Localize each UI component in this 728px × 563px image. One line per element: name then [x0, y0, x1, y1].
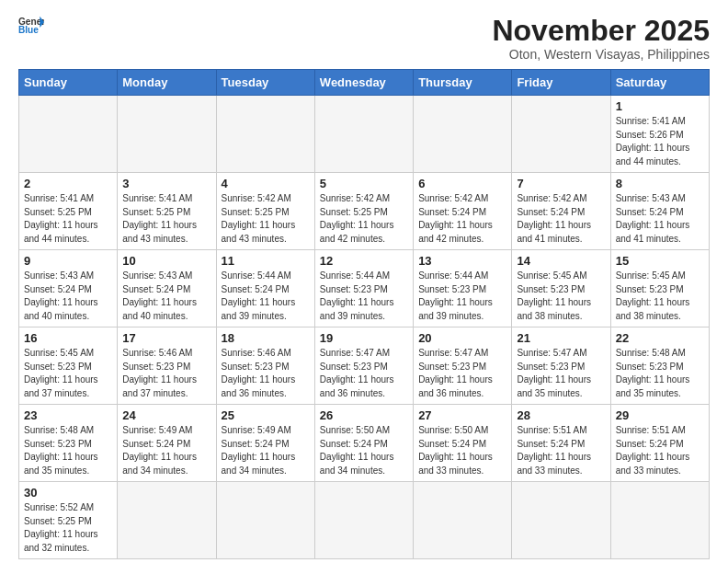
day-number: 18 [222, 331, 310, 345]
location-subtitle: Oton, Western Visayas, Philippines [492, 47, 710, 62]
day-number: 26 [320, 408, 408, 422]
calendar-table: SundayMondayTuesdayWednesdayThursdayFrid… [18, 69, 710, 559]
weekday-header-wednesday: Wednesday [314, 70, 413, 96]
day-number: 29 [616, 408, 704, 422]
calendar-cell [610, 482, 709, 559]
day-info: Sunrise: 5:48 AM Sunset: 5:23 PM Dayligh… [24, 424, 112, 477]
calendar-cell [512, 482, 610, 559]
day-number: 9 [24, 254, 112, 268]
day-info: Sunrise: 5:42 AM Sunset: 5:25 PM Dayligh… [320, 192, 408, 246]
day-number: 16 [24, 331, 112, 345]
calendar-cell [512, 96, 610, 173]
day-info: Sunrise: 5:47 AM Sunset: 5:23 PM Dayligh… [320, 347, 408, 400]
calendar-cell [414, 482, 512, 559]
day-number: 15 [616, 254, 704, 268]
calendar-cell: 4Sunrise: 5:42 AM Sunset: 5:25 PM Daylig… [216, 173, 314, 250]
day-number: 2 [24, 177, 112, 190]
calendar-cell: 11Sunrise: 5:44 AM Sunset: 5:24 PM Dayli… [216, 250, 314, 327]
logo: General Blue [18, 15, 44, 35]
day-number: 21 [517, 331, 605, 345]
day-number: 20 [418, 331, 506, 345]
day-number: 8 [616, 177, 704, 190]
day-info: Sunrise: 5:42 AM Sunset: 5:24 PM Dayligh… [517, 192, 605, 246]
day-info: Sunrise: 5:51 AM Sunset: 5:24 PM Dayligh… [517, 424, 605, 477]
calendar-cell: 26Sunrise: 5:50 AM Sunset: 5:24 PM Dayli… [314, 405, 413, 482]
calendar-cell: 29Sunrise: 5:51 AM Sunset: 5:24 PM Dayli… [610, 405, 709, 482]
day-number: 3 [122, 177, 210, 190]
day-info: Sunrise: 5:44 AM Sunset: 5:24 PM Dayligh… [222, 270, 310, 323]
calendar-cell [118, 96, 216, 173]
month-title: November 2025 [492, 15, 710, 47]
day-number: 24 [122, 408, 210, 422]
calendar-cell [314, 96, 413, 173]
calendar-cell: 16Sunrise: 5:45 AM Sunset: 5:23 PM Dayli… [19, 327, 118, 405]
day-info: Sunrise: 5:50 AM Sunset: 5:24 PM Dayligh… [320, 424, 408, 477]
day-info: Sunrise: 5:47 AM Sunset: 5:23 PM Dayligh… [517, 347, 605, 400]
day-info: Sunrise: 5:44 AM Sunset: 5:23 PM Dayligh… [320, 270, 408, 323]
calendar-cell [314, 482, 413, 559]
svg-text:Blue: Blue [18, 25, 39, 35]
day-number: 4 [222, 177, 310, 190]
weekday-header-thursday: Thursday [414, 70, 512, 96]
day-info: Sunrise: 5:44 AM Sunset: 5:23 PM Dayligh… [418, 270, 506, 323]
calendar-cell: 9Sunrise: 5:43 AM Sunset: 5:24 PM Daylig… [19, 250, 118, 327]
calendar-cell: 20Sunrise: 5:47 AM Sunset: 5:23 PM Dayli… [414, 327, 512, 405]
day-info: Sunrise: 5:46 AM Sunset: 5:23 PM Dayligh… [222, 347, 310, 400]
calendar-cell: 18Sunrise: 5:46 AM Sunset: 5:23 PM Dayli… [216, 327, 314, 405]
day-number: 19 [320, 331, 408, 345]
calendar-cell [118, 482, 216, 559]
calendar-cell [216, 482, 314, 559]
day-info: Sunrise: 5:41 AM Sunset: 5:26 PM Dayligh… [616, 115, 704, 168]
day-info: Sunrise: 5:42 AM Sunset: 5:24 PM Dayligh… [418, 192, 506, 246]
calendar-cell: 10Sunrise: 5:43 AM Sunset: 5:24 PM Dayli… [118, 250, 216, 327]
day-info: Sunrise: 5:42 AM Sunset: 5:25 PM Dayligh… [222, 192, 310, 246]
day-number: 25 [222, 408, 310, 422]
day-number: 1 [616, 99, 704, 113]
day-number: 7 [517, 177, 605, 190]
calendar-header: SundayMondayTuesdayWednesdayThursdayFrid… [19, 70, 710, 96]
day-number: 17 [122, 331, 210, 345]
day-info: Sunrise: 5:41 AM Sunset: 5:25 PM Dayligh… [122, 192, 210, 246]
weekday-header-tuesday: Tuesday [216, 70, 314, 96]
day-number: 6 [418, 177, 506, 190]
day-number: 12 [320, 254, 408, 268]
day-number: 14 [517, 254, 605, 268]
day-info: Sunrise: 5:48 AM Sunset: 5:23 PM Dayligh… [616, 347, 704, 400]
day-number: 5 [320, 177, 408, 190]
weekday-header-saturday: Saturday [610, 70, 709, 96]
calendar-cell: 6Sunrise: 5:42 AM Sunset: 5:24 PM Daylig… [414, 173, 512, 250]
day-info: Sunrise: 5:46 AM Sunset: 5:23 PM Dayligh… [122, 347, 210, 400]
day-info: Sunrise: 5:50 AM Sunset: 5:24 PM Dayligh… [418, 424, 506, 477]
calendar-cell: 21Sunrise: 5:47 AM Sunset: 5:23 PM Dayli… [512, 327, 610, 405]
day-info: Sunrise: 5:45 AM Sunset: 5:23 PM Dayligh… [517, 270, 605, 323]
calendar-cell: 1Sunrise: 5:41 AM Sunset: 5:26 PM Daylig… [610, 96, 709, 173]
day-number: 13 [418, 254, 506, 268]
title-area: November 2025 Oton, Western Visayas, Phi… [492, 15, 710, 62]
calendar-cell: 27Sunrise: 5:50 AM Sunset: 5:24 PM Dayli… [414, 405, 512, 482]
day-number: 28 [517, 408, 605, 422]
day-info: Sunrise: 5:41 AM Sunset: 5:25 PM Dayligh… [24, 192, 112, 246]
calendar-cell: 25Sunrise: 5:49 AM Sunset: 5:24 PM Dayli… [216, 405, 314, 482]
day-info: Sunrise: 5:49 AM Sunset: 5:24 PM Dayligh… [122, 424, 210, 477]
calendar-cell: 7Sunrise: 5:42 AM Sunset: 5:24 PM Daylig… [512, 173, 610, 250]
page-header: General Blue November 2025 Oton, Western… [18, 15, 710, 62]
calendar-cell [414, 96, 512, 173]
calendar-cell: 17Sunrise: 5:46 AM Sunset: 5:23 PM Dayli… [118, 327, 216, 405]
calendar-cell: 30Sunrise: 5:52 AM Sunset: 5:25 PM Dayli… [19, 482, 118, 559]
day-info: Sunrise: 5:45 AM Sunset: 5:23 PM Dayligh… [24, 347, 112, 400]
logo-icon: General Blue [18, 15, 44, 35]
day-number: 27 [418, 408, 506, 422]
day-number: 11 [222, 254, 310, 268]
calendar-cell [19, 96, 118, 173]
weekday-header-sunday: Sunday [19, 70, 118, 96]
day-number: 10 [122, 254, 210, 268]
calendar-cell: 15Sunrise: 5:45 AM Sunset: 5:23 PM Dayli… [610, 250, 709, 327]
day-info: Sunrise: 5:52 AM Sunset: 5:25 PM Dayligh… [24, 501, 112, 555]
calendar-cell: 23Sunrise: 5:48 AM Sunset: 5:23 PM Dayli… [19, 405, 118, 482]
day-info: Sunrise: 5:45 AM Sunset: 5:23 PM Dayligh… [616, 270, 704, 323]
day-number: 30 [24, 486, 112, 500]
day-info: Sunrise: 5:47 AM Sunset: 5:23 PM Dayligh… [418, 347, 506, 400]
calendar-cell: 22Sunrise: 5:48 AM Sunset: 5:23 PM Dayli… [610, 327, 709, 405]
day-info: Sunrise: 5:43 AM Sunset: 5:24 PM Dayligh… [122, 270, 210, 323]
calendar-cell: 24Sunrise: 5:49 AM Sunset: 5:24 PM Dayli… [118, 405, 216, 482]
